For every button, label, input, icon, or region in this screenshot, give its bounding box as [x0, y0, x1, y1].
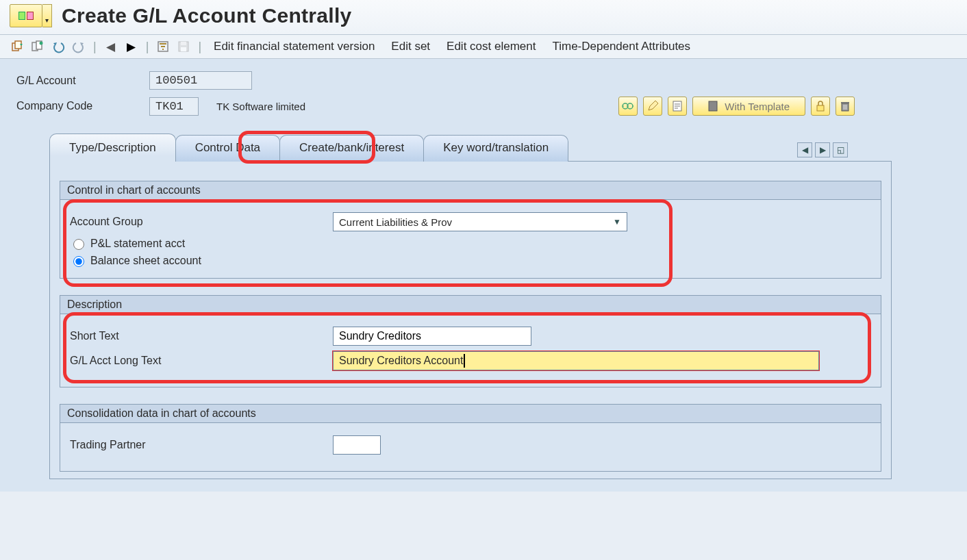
prev-icon[interactable]: ◀ — [103, 39, 118, 54]
with-template-label: With Template — [725, 101, 790, 112]
client-area: G/L Account 100501 Company Code TK01 TK … — [0, 59, 967, 492]
group-title: Control in chart of accounts — [60, 181, 881, 200]
display-button[interactable] — [618, 97, 638, 116]
text-cursor — [464, 354, 465, 368]
filter-icon[interactable] — [155, 39, 171, 54]
change-button[interactable] — [643, 97, 662, 116]
group-control-in-coa: Control in chart of accounts Account Gro… — [60, 181, 881, 279]
short-text-label: Short Text — [70, 330, 325, 342]
toolbar-separator: | — [92, 40, 98, 54]
company-code-field[interactable]: TK01 — [149, 97, 199, 116]
group-title: Consolidation data in chart of accounts — [60, 405, 881, 423]
svg-rect-15 — [841, 102, 849, 103]
dropdown-arrow-icon: ▼ — [613, 217, 621, 227]
svg-rect-8 — [181, 47, 186, 51]
time-dependent-attributes-link[interactable]: Time-Dependent Attributes — [547, 40, 696, 53]
account-group-dropdown[interactable]: Current Liabilities & Prov ▼ — [333, 212, 627, 231]
tab-content: Control in chart of accounts Account Gro… — [49, 161, 892, 479]
toolbar-separator: | — [197, 40, 203, 54]
title-bar: ▾ Create G/L Account Centrally — [0, 0, 967, 35]
svg-rect-1 — [15, 41, 21, 49]
group-title: Description — [60, 296, 881, 314]
pl-statement-radio[interactable]: P&L statement acct — [70, 237, 871, 250]
tab-scroll-left-icon[interactable]: ◀ — [797, 142, 812, 157]
copy-icon[interactable] — [30, 39, 45, 54]
svg-point-4 — [40, 42, 43, 45]
balance-sheet-radio-input[interactable] — [73, 256, 84, 267]
pl-statement-label: P&L statement acct — [90, 238, 185, 250]
delete-button[interactable] — [836, 97, 855, 116]
gl-account-row: G/L Account 100501 — [16, 71, 951, 90]
with-template-button[interactable]: With Template — [692, 97, 805, 116]
gl-account-field[interactable]: 100501 — [149, 71, 252, 90]
transaction-icon-dropdown[interactable]: ▾ — [42, 4, 52, 27]
next-icon[interactable]: ▶ — [124, 39, 139, 54]
create-button[interactable] — [668, 97, 687, 116]
svg-rect-12 — [709, 101, 717, 111]
svg-rect-7 — [181, 42, 186, 45]
lock-button[interactable] — [811, 97, 830, 116]
transaction-icon[interactable] — [10, 4, 42, 27]
page-title: Create G/L Account Centrally — [62, 4, 352, 27]
long-text-value: Sundry Creditors Account — [339, 355, 463, 367]
group-description: Description Short Text G/L Acct Long Tex… — [60, 295, 881, 387]
company-code-label: Company Code — [16, 100, 140, 112]
long-text-label: G/L Acct Long Text — [70, 355, 325, 367]
account-group-label: Account Group — [70, 216, 325, 228]
trading-partner-label: Trading Partner — [70, 439, 325, 451]
tab-keyword-translation[interactable]: Key word/translation — [423, 135, 568, 162]
other-object-icon[interactable] — [10, 39, 25, 54]
redo-icon[interactable] — [71, 39, 86, 54]
svg-rect-13 — [817, 105, 824, 111]
edit-cost-element-link[interactable]: Edit cost element — [441, 40, 541, 53]
company-name-text: TK Software limited — [216, 101, 305, 112]
balance-sheet-radio[interactable]: Balance sheet account — [70, 254, 871, 267]
account-group-value: Current Liabilities & Prov — [339, 216, 452, 228]
tabstrip: Type/Description Control Data Create/ban… — [16, 133, 951, 479]
tab-list-icon[interactable]: ◱ — [833, 142, 848, 157]
long-text-input[interactable]: Sundry Creditors Account — [333, 351, 819, 370]
tab-control-data[interactable]: Control Data — [175, 135, 280, 162]
save-icon[interactable] — [176, 39, 191, 54]
undo-icon[interactable] — [51, 39, 66, 54]
edit-set-link[interactable]: Edit set — [386, 40, 436, 53]
group-consolidation: Consolidation data in chart of accounts … — [60, 404, 881, 472]
edit-fsv-link[interactable]: Edit financial statement version — [208, 40, 380, 53]
tab-create-bank-interest[interactable]: Create/bank/interest — [279, 135, 424, 162]
balance-sheet-label: Balance sheet account — [90, 255, 201, 267]
tab-type-description[interactable]: Type/Description — [49, 133, 176, 162]
company-code-row: Company Code TK01 TK Software limited Wi… — [16, 97, 951, 116]
toolbar-separator: | — [145, 40, 151, 54]
trading-partner-input[interactable] — [333, 435, 381, 455]
application-toolbar: | ◀ ▶ | | Edit financial statement versi… — [0, 35, 967, 59]
gl-account-label: G/L Account — [16, 75, 140, 87]
short-text-input[interactable] — [333, 327, 531, 346]
tab-scroll-right-icon[interactable]: ▶ — [815, 142, 830, 157]
pl-statement-radio-input[interactable] — [73, 239, 84, 250]
